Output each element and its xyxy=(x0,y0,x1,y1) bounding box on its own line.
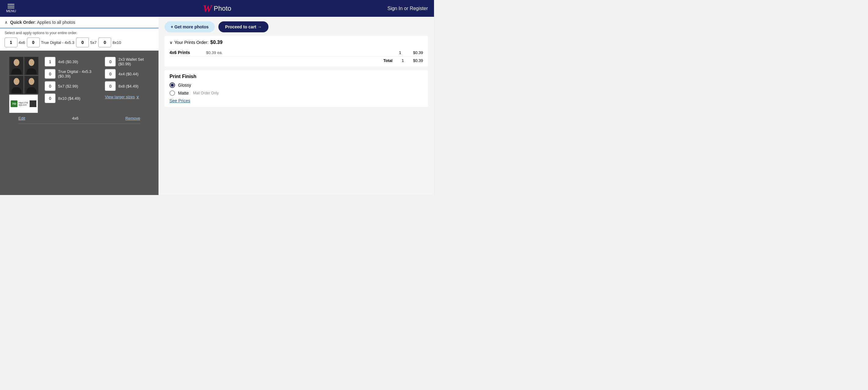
total-label: Total xyxy=(383,58,393,63)
right-panel: + Get more photos Proceed to cart → ∨ Yo… xyxy=(158,17,434,195)
photo-row-middle xyxy=(9,76,38,94)
svg-point-5 xyxy=(13,78,19,85)
see-prices-link[interactable]: See Prices xyxy=(169,98,423,103)
order-item-name: 4x6 Prints xyxy=(169,50,206,55)
label-8x8: 8x8 ($4.49) xyxy=(118,84,138,89)
7id-icon: 7ID xyxy=(11,100,18,107)
order-summary-header[interactable]: ∨ Your Prints Order: $0.39 xyxy=(169,40,423,45)
view-larger-link[interactable]: View larger sizes ∨ xyxy=(105,95,149,99)
option-wallet: 2x3 Wallet Set ($0.99) xyxy=(105,57,149,67)
label-5x7: 5x7 ($2.99) xyxy=(58,84,78,89)
photo-thumb-3 xyxy=(9,76,24,94)
qty-5x7[interactable] xyxy=(44,81,56,91)
edit-link[interactable]: Edit xyxy=(18,116,25,121)
order-item-row: 4x6 Prints $0.39 ea. 1 $0.39 xyxy=(169,49,423,57)
label-wallet: 2x3 Wallet Set ($0.99) xyxy=(118,57,149,66)
main-layout: ∧ Quick Order: Applies to all photos Sel… xyxy=(0,17,434,195)
qty-true-digital[interactable] xyxy=(44,69,56,79)
qty-4x6[interactable] xyxy=(44,57,56,67)
size-label-true-digital: True Digital - 4x5.3 xyxy=(41,40,74,45)
menu-button[interactable]: MENU xyxy=(6,4,16,13)
quick-order-bar[interactable]: ∧ Quick Order: Applies to all photos xyxy=(0,17,158,28)
matte-label: Matte xyxy=(178,91,189,96)
qty-8x10[interactable] xyxy=(44,93,56,103)
apply-options-label: Select and apply options to your entire … xyxy=(5,31,154,35)
size-column-right: 2x3 Wallet Set ($0.99) 4x4 ($0.44) 8x8 (… xyxy=(105,57,149,103)
id-url-text: https://7idapp.com xyxy=(19,102,28,106)
print-finish-title: Print Finish xyxy=(169,74,423,79)
size-input-4x6: 4x6 xyxy=(5,37,25,47)
glossy-label: Glossy xyxy=(178,83,191,88)
matte-note: Mail Order Only xyxy=(193,91,219,95)
svg-point-7 xyxy=(28,78,34,85)
order-total-row: Total 1 $0.39 xyxy=(169,57,423,63)
glossy-radio[interactable] xyxy=(169,83,175,88)
photo-thumbnails: 7ID https://7idapp.com xyxy=(9,57,38,113)
label-true-digital: True Digital - 4x5.3 ($0.39) xyxy=(58,69,96,78)
size-column-left: 4x6 ($0.39) True Digital - 4x5.3 ($0.39)… xyxy=(44,57,96,103)
photo-label: Photo xyxy=(214,5,231,12)
order-summary-panel: ∨ Your Prints Order: $0.39 4x6 Prints $0… xyxy=(165,36,428,67)
photo-thumb-1 xyxy=(9,57,24,75)
matte-radio[interactable] xyxy=(169,90,175,96)
qty-input-5x7[interactable] xyxy=(76,37,89,47)
total-amount: $0.39 xyxy=(413,58,423,63)
size-inputs-row: 4x6 True Digital - 4x5.3 5x7 8x10 xyxy=(5,37,154,47)
photo-row-top xyxy=(9,57,38,75)
size-label-4x6: 4x6 xyxy=(19,40,25,45)
qty-wallet[interactable] xyxy=(105,57,116,67)
size-options-panel: 4x6 ($0.39) True Digital - 4x5.3 ($0.39)… xyxy=(44,57,149,103)
total-qty: 1 xyxy=(402,58,404,63)
photo-thumb-2 xyxy=(24,57,38,75)
remove-link[interactable]: Remove xyxy=(126,116,140,121)
qty-8x8[interactable] xyxy=(105,81,116,91)
option-4x6: 4x6 ($0.39) xyxy=(44,57,96,67)
photo-thumb-4 xyxy=(24,76,38,94)
left-panel: ∧ Quick Order: Applies to all photos Sel… xyxy=(0,17,158,195)
label-4x4: 4x4 ($0.44) xyxy=(118,72,138,76)
quick-order-text: Quick Order: Applies to all photos xyxy=(10,20,75,25)
walgreens-w-icon: W xyxy=(203,3,212,14)
size-badge: 4x6 xyxy=(72,116,79,121)
qty-4x4[interactable] xyxy=(105,69,116,79)
app-header: MENU W Photo Sign In or Register xyxy=(0,0,434,17)
option-4x4: 4x4 ($0.44) xyxy=(105,69,149,79)
photo-row-bottom: 7ID https://7idapp.com xyxy=(9,95,38,113)
apply-options-panel: Select and apply options to your entire … xyxy=(0,28,158,51)
order-item-total: $0.39 xyxy=(405,51,423,55)
qty-input-4x6[interactable] xyxy=(5,37,18,47)
qty-input-true-digital[interactable] xyxy=(27,37,40,47)
option-8x8: 8x8 ($4.49) xyxy=(105,81,149,91)
id-card-thumbnail: 7ID https://7idapp.com xyxy=(9,95,38,113)
option-8x10: 8x10 ($4.49) xyxy=(44,93,96,103)
sign-in-link[interactable]: Sign In or Register xyxy=(387,6,428,11)
photo-actions: Edit 4x6 Remove xyxy=(9,113,149,124)
order-qty: 1 xyxy=(396,51,405,55)
photo-card: 7ID https://7idapp.com 4x6 ($0.39) xyxy=(9,57,149,113)
label-8x10: 8x10 ($4.49) xyxy=(58,96,80,101)
option-true-digital: True Digital - 4x5.3 ($0.39) xyxy=(44,69,96,79)
order-price-ea: $0.39 ea. xyxy=(206,51,396,55)
svg-point-1 xyxy=(13,59,19,66)
size-label-5x7: 5x7 xyxy=(90,40,96,45)
label-4x6: 4x6 ($0.39) xyxy=(58,60,78,64)
qty-input-8x10[interactable] xyxy=(98,37,111,47)
chevron-down-icon: ∨ xyxy=(169,40,173,45)
glossy-option[interactable]: Glossy xyxy=(169,83,423,88)
matte-option[interactable]: Matte Mail Order Only xyxy=(169,90,423,96)
get-more-button[interactable]: + Get more photos xyxy=(165,21,215,32)
size-input-5x7: 5x7 xyxy=(76,37,96,47)
size-input-8x10: 8x10 xyxy=(98,37,121,47)
order-total-header-price: $0.39 xyxy=(211,40,223,45)
photo-area: 7ID https://7idapp.com 4x6 ($0.39) xyxy=(0,51,158,195)
chevron-down-icon: ∧ xyxy=(5,20,8,25)
chevron-icon: ∨ xyxy=(136,95,139,99)
print-finish-panel: Print Finish Glossy Matte Mail Order Onl… xyxy=(165,70,428,107)
proceed-to-cart-button[interactable]: Proceed to cart → xyxy=(218,21,269,32)
svg-point-3 xyxy=(28,59,34,66)
size-label-8x10: 8x10 xyxy=(113,40,121,45)
qr-code xyxy=(30,100,36,107)
action-buttons: + Get more photos Proceed to cart → xyxy=(165,21,428,32)
logo: W Photo xyxy=(203,3,231,14)
size-input-true-digital: True Digital - 4x5.3 xyxy=(27,37,74,47)
